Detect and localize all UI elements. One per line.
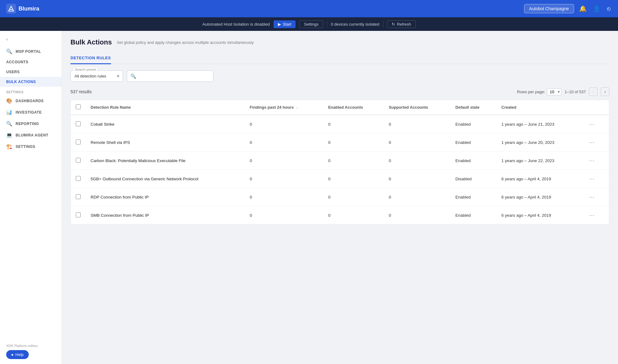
page-title: Bulk Actions bbox=[70, 38, 112, 46]
logo: Blumira bbox=[6, 4, 39, 14]
sidebar-item-label-reporting: REPORTING bbox=[15, 122, 39, 126]
agent-icon: 💻 bbox=[6, 132, 12, 138]
header-enabled-accounts: Enabled Accounts bbox=[323, 100, 384, 115]
start-button[interactable]: ▶ Start bbox=[274, 20, 296, 28]
preset-label: Search preset bbox=[74, 68, 97, 71]
row-supported-accounts: 0 bbox=[384, 188, 450, 206]
row-actions-button-4[interactable]: ⋯ bbox=[586, 192, 597, 202]
rows-per-page-label: Rows per page: 10 25 50 ▼ bbox=[517, 88, 561, 95]
table-row: RDP Connection from Public IP 0 0 0 Enab… bbox=[71, 188, 609, 206]
row-checkbox-cell bbox=[71, 206, 86, 224]
sidebar-item-settings[interactable]: 🏗️ SETTINGS bbox=[0, 141, 62, 152]
sidebar-bottom: XDR Platform edition ● Help bbox=[0, 339, 62, 364]
row-checkbox-3[interactable] bbox=[76, 176, 81, 181]
search-preset-select[interactable]: All detection rules Enabled Disabled bbox=[70, 70, 123, 82]
logout-icon[interactable]: ⎋ bbox=[606, 4, 612, 14]
row-checkbox-4[interactable] bbox=[76, 194, 81, 199]
search-input-wrapper: 🔍 bbox=[127, 70, 213, 82]
row-name: RDP Connection from Public IP bbox=[86, 188, 245, 206]
tabs-bar: DETECTION RULES bbox=[70, 52, 609, 64]
row-actions-cell: ⋯ bbox=[582, 170, 609, 188]
row-created: 6 years ago – April 4, 2019 bbox=[497, 206, 582, 224]
rows-select-wrapper: 10 25 50 ▼ bbox=[547, 88, 561, 95]
row-findings: 0 bbox=[245, 188, 323, 206]
sidebar-item-reporting[interactable]: 🔍 REPORTING bbox=[0, 118, 62, 129]
row-checkbox-cell bbox=[71, 170, 86, 188]
row-actions-cell: ⋯ bbox=[582, 133, 609, 152]
row-created: 1 years ago – June 21, 2023 bbox=[497, 115, 582, 133]
row-actions-cell: ⋯ bbox=[582, 152, 609, 170]
sidebar-item-msp-portal[interactable]: 🔍 MSP PORTAL bbox=[0, 46, 62, 57]
row-checkbox-0[interactable] bbox=[76, 121, 81, 126]
row-default-state: Enabled bbox=[450, 133, 497, 152]
search-input[interactable] bbox=[127, 70, 213, 82]
help-icon: ● bbox=[11, 352, 14, 357]
header-findings[interactable]: Findings past 24 hours ↓ bbox=[245, 100, 323, 115]
row-checkbox-cell bbox=[71, 188, 86, 206]
page-info: 1–10 of 537 bbox=[565, 90, 586, 94]
row-checkbox-1[interactable] bbox=[76, 140, 81, 144]
sidebar-item-dashboards[interactable]: 🎨 DASHBOARDS bbox=[0, 95, 62, 107]
edition-label: XDR Platform edition bbox=[6, 344, 55, 348]
row-actions-button-5[interactable]: ⋯ bbox=[586, 211, 597, 220]
tab-detection-rules[interactable]: DETECTION RULES bbox=[70, 52, 111, 64]
banner-settings-button[interactable]: Settings bbox=[299, 20, 323, 28]
pagination-controls: Rows per page: 10 25 50 ▼ 1–10 of 537 ‹ … bbox=[517, 87, 609, 96]
row-actions-cell: ⋯ bbox=[582, 115, 609, 133]
page-subtitle: Set global policy and apply changes acro… bbox=[117, 40, 254, 45]
refresh-button[interactable]: ↻ Refresh bbox=[387, 20, 416, 28]
sidebar-item-blumira-agent[interactable]: 💻 BLUMIRA AGENT bbox=[0, 129, 62, 141]
row-actions-cell: ⋯ bbox=[582, 206, 609, 224]
sidebar-item-label-agent: BLUMIRA AGENT bbox=[15, 133, 48, 137]
sidebar-item-accounts[interactable]: ACCOUNTS bbox=[0, 57, 62, 67]
row-enabled-accounts: 0 bbox=[323, 206, 384, 224]
row-supported-accounts: 0 bbox=[384, 170, 450, 188]
header-created: Created bbox=[497, 100, 582, 115]
row-actions-button-1[interactable]: ⋯ bbox=[586, 138, 597, 147]
row-supported-accounts: 0 bbox=[384, 206, 450, 224]
search-preset-wrapper: Search preset All detection rules Enable… bbox=[70, 70, 123, 82]
row-checkbox-cell bbox=[71, 133, 86, 152]
row-actions-button-0[interactable]: ⋯ bbox=[586, 119, 597, 129]
row-enabled-accounts: 0 bbox=[323, 133, 384, 152]
user-icon[interactable]: 👤 bbox=[592, 4, 602, 14]
investigate-icon: 📊 bbox=[6, 109, 12, 115]
row-created: 6 years ago – April 4, 2019 bbox=[497, 170, 582, 188]
sidebar-item-label-msp: MSP PORTAL bbox=[15, 49, 41, 54]
collapse-button[interactable]: ‹ bbox=[5, 35, 9, 43]
app-layout: ‹ 🔍 MSP PORTAL ACCOUNTS USERS BULK ACTIO… bbox=[0, 31, 618, 364]
row-enabled-accounts: 0 bbox=[323, 170, 384, 188]
row-default-state: Disabled bbox=[450, 170, 497, 188]
sidebar-item-investigate[interactable]: 📊 INVESTIGATE bbox=[0, 107, 62, 118]
row-actions-button-2[interactable]: ⋯ bbox=[586, 156, 597, 165]
select-all-header bbox=[71, 100, 86, 115]
row-enabled-accounts: 0 bbox=[323, 152, 384, 170]
row-checkbox-5[interactable] bbox=[76, 212, 81, 217]
blumira-logo-icon bbox=[6, 4, 16, 14]
row-checkbox-2[interactable] bbox=[76, 158, 81, 163]
notifications-icon[interactable]: 🔔 bbox=[578, 4, 588, 14]
row-actions-button-3[interactable]: ⋯ bbox=[586, 174, 597, 183]
rows-per-page-select[interactable]: 10 25 50 bbox=[547, 88, 561, 95]
help-button[interactable]: ● Help bbox=[6, 350, 29, 359]
table-row: Remote Shell via IPS 0 0 0 Enabled 1 yea… bbox=[71, 133, 609, 152]
sidebar-item-bulk-actions[interactable]: BULK ACTIONS bbox=[0, 77, 62, 87]
banner-divider-2 bbox=[383, 21, 383, 27]
row-supported-accounts: 0 bbox=[384, 133, 450, 152]
select-all-checkbox[interactable] bbox=[76, 104, 81, 109]
account-button[interactable]: Autobot Champagne bbox=[524, 4, 574, 13]
row-default-state: Enabled bbox=[450, 152, 497, 170]
settings-icon: 🏗️ bbox=[6, 144, 12, 149]
header-name: Detection Rule Name bbox=[86, 100, 245, 115]
row-supported-accounts: 0 bbox=[384, 152, 450, 170]
row-default-state: Enabled bbox=[450, 188, 497, 206]
row-findings: 0 bbox=[245, 115, 323, 133]
row-actions-cell: ⋯ bbox=[582, 188, 609, 206]
banner-message: Automated Host Isolation is disabled bbox=[202, 22, 270, 27]
sidebar-item-users[interactable]: USERS bbox=[0, 67, 62, 77]
prev-page-button[interactable]: ‹ bbox=[589, 87, 598, 96]
row-name: SMB Connection from Public IP bbox=[86, 206, 245, 224]
logo-text: Blumira bbox=[19, 6, 39, 12]
row-created: 1 years ago – June 20, 2023 bbox=[497, 133, 582, 152]
next-page-button[interactable]: › bbox=[601, 87, 609, 96]
